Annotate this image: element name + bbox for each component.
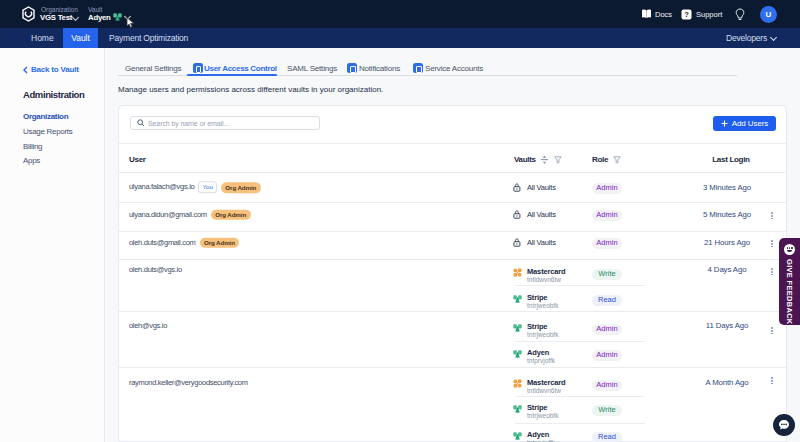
svg-text:?: ? <box>684 10 689 19</box>
